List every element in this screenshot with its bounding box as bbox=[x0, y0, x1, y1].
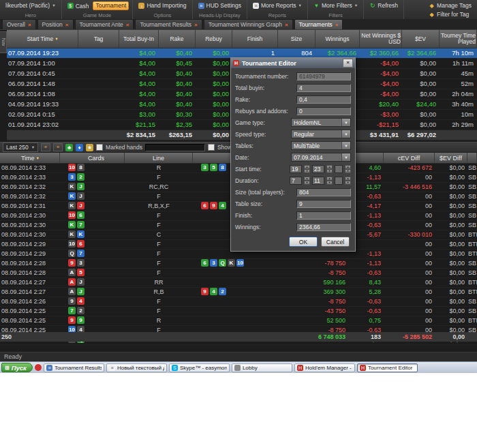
status-bar: Ready bbox=[0, 352, 477, 361]
col-t[interactable]: Time▼ bbox=[0, 153, 60, 163]
finish-input[interactable] bbox=[296, 211, 351, 220]
hand-row[interactable]: 08.09.2014 2:2893F63QK10-78 750-1,1300$0… bbox=[0, 259, 477, 269]
spinner-icon[interactable]: ▲▼ bbox=[304, 165, 310, 173]
marked-hands-checkbox[interactable] bbox=[96, 144, 103, 151]
tab-tournaments[interactable]: Tournaments× bbox=[294, 19, 343, 29]
col-size[interactable]: Size bbox=[278, 30, 316, 48]
taskbar-item[interactable]: SSkype™ - easymoney6661 bbox=[169, 363, 230, 372]
spinner-icon[interactable]: ▲▼ bbox=[304, 177, 310, 185]
tab-tournament-ante[interactable]: Tournament Ante× bbox=[75, 19, 134, 29]
hands-search-input[interactable] bbox=[145, 144, 205, 151]
cancel-button[interactable]: Cancel bbox=[321, 237, 350, 247]
taskbar-item[interactable]: ≡Новый текстовый доку... bbox=[106, 363, 167, 372]
col-net[interactable]: Net Winnings $ USD bbox=[360, 30, 402, 48]
tab-position[interactable]: Position× bbox=[37, 19, 74, 29]
hand-row[interactable]: 08.09.2014 2:2599R52 5000,7500$0,00BTN bbox=[0, 316, 477, 326]
col-buyin[interactable]: Total Buy-In bbox=[119, 30, 159, 48]
col-rebuy[interactable]: Rebuy bbox=[196, 30, 232, 48]
dialog-title-bar[interactable]: H Tournament Editor × bbox=[231, 58, 355, 68]
spinner-icon[interactable]: ▲▼ bbox=[345, 177, 351, 185]
replay-forward-button[interactable]: » bbox=[53, 143, 63, 151]
nav-panel-tab[interactable]: Nav bbox=[0, 31, 7, 53]
close-icon[interactable]: × bbox=[65, 22, 69, 28]
tab-tournament-results[interactable]: Tournament Results× bbox=[135, 19, 202, 29]
cards-filter-icon[interactable]: ♣ bbox=[65, 144, 73, 151]
taskbar-item[interactable]: HHold'em Manager - 2.0.0... bbox=[294, 363, 355, 372]
total-buyin-input[interactable] bbox=[296, 84, 351, 92]
manage-tags-button[interactable]: ◆ Manage Tags bbox=[427, 1, 474, 10]
tables-value: MultiTable bbox=[292, 143, 341, 149]
spinner-icon[interactable]: ▲▼ bbox=[326, 177, 333, 185]
winnings-input[interactable] bbox=[296, 223, 351, 231]
cell-evd: $0,00 bbox=[435, 230, 467, 239]
close-icon[interactable]: × bbox=[285, 22, 288, 28]
hero-label: likeurbet (Pacific) bbox=[5, 1, 50, 10]
col-time[interactable]: Tourney Time Played bbox=[440, 30, 477, 48]
cell-start: 06.09.2014 1:08 bbox=[7, 89, 78, 99]
taskbar-item[interactable]: HTournament Editor bbox=[357, 363, 418, 372]
hand-importing-button[interactable]: ↓ Hand Importing bbox=[136, 1, 188, 10]
close-icon[interactable]: × bbox=[28, 22, 31, 28]
cell-cards: 106 bbox=[60, 211, 125, 220]
ok-button[interactable]: OK bbox=[289, 237, 318, 247]
col-ev[interactable]: $EV bbox=[402, 30, 440, 48]
col-finish[interactable]: Finish bbox=[232, 30, 278, 48]
col-pos[interactable] bbox=[467, 153, 477, 163]
close-icon[interactable]: × bbox=[335, 22, 339, 28]
rake-input[interactable] bbox=[296, 95, 351, 104]
col-cev[interactable]: cEV Diff bbox=[384, 153, 435, 163]
col-start[interactable]: Start Time▼ bbox=[7, 30, 78, 48]
col-win[interactable]: Winnings bbox=[316, 30, 360, 48]
hero-selector[interactable]: likeurbet (Pacific) ▼ bbox=[3, 1, 58, 10]
rebuys-input[interactable] bbox=[296, 107, 351, 115]
hand-row[interactable]: 08.09.2014 2:27AJR,B942369 3005,2800$0,0… bbox=[0, 288, 477, 297]
filter-for-tag-button[interactable]: ◆ Filter for Tag bbox=[427, 10, 474, 18]
close-icon[interactable]: × bbox=[194, 22, 198, 28]
refresh-button[interactable]: ↻ Refresh bbox=[367, 1, 400, 10]
tables-select[interactable]: MultiTable ▼ bbox=[291, 141, 351, 150]
tab-tournament-winnings-graph[interactable]: Tournament Winnings Graph× bbox=[204, 19, 293, 29]
replay-back-button[interactable]: « bbox=[41, 143, 50, 151]
duration-second-input[interactable] bbox=[335, 177, 343, 185]
more-reports-button[interactable]: ≡ More Reports ▼ bbox=[251, 1, 304, 10]
tab-overall[interactable]: Overall× bbox=[2, 19, 36, 29]
tournament-button[interactable]: Tournament bbox=[93, 1, 129, 10]
size-input[interactable] bbox=[296, 188, 351, 196]
trophy-filter-icon[interactable]: ★ bbox=[86, 144, 93, 151]
close-icon[interactable]: × bbox=[343, 59, 353, 68]
cell-rake: $0,40 bbox=[159, 69, 196, 78]
speed-type-select[interactable]: Regular ▼ bbox=[291, 130, 351, 138]
hand-row[interactable]: 08.09.2014 2:2694F-8 750-0,6300$0,00SB bbox=[0, 297, 477, 307]
show-hole-cards-checkbox[interactable] bbox=[208, 144, 215, 151]
close-icon[interactable]: × bbox=[126, 22, 129, 28]
col-evd[interactable]: $EV Diff bbox=[435, 153, 467, 163]
game-type-select[interactable]: HoldemNL ▼ bbox=[291, 118, 351, 127]
spinner-icon[interactable]: ▲▼ bbox=[326, 165, 333, 173]
taskbar-item[interactable]: ≡Tournament Results: $5... bbox=[44, 363, 104, 372]
taskbar-item[interactable]: Lobby bbox=[232, 363, 292, 372]
start-minute-input[interactable] bbox=[312, 165, 324, 173]
cash-button[interactable]: $ Cash bbox=[65, 2, 91, 10]
hand-row[interactable]: 08.09.2014 2:28A5F-8 750-0,6300$0,00SB bbox=[0, 269, 477, 278]
hand-row[interactable]: 08.09.2014 2:2572F-43 750-0,6300$0,00SB bbox=[0, 307, 477, 316]
start-hour-input[interactable] bbox=[290, 165, 302, 173]
col-cards[interactable]: Cards bbox=[60, 153, 125, 163]
hands-range-select[interactable]: Last 250 ▼ bbox=[3, 143, 38, 152]
more-filters-button[interactable]: ▼ More Filters ▼ bbox=[311, 1, 360, 10]
chips-filter-icon[interactable]: ♦ bbox=[76, 144, 83, 151]
start-button[interactable]: ⊞ Пуск bbox=[1, 363, 33, 372]
hud-settings-button[interactable]: ≡ HUD Settings bbox=[196, 1, 244, 10]
col-tag[interactable]: Tag bbox=[78, 30, 119, 48]
duration-minute-input[interactable] bbox=[312, 177, 324, 185]
cell-board bbox=[193, 269, 268, 278]
col-rake[interactable]: Rake bbox=[159, 30, 196, 48]
start-second-input[interactable] bbox=[335, 165, 343, 173]
col-line[interactable]: Line bbox=[125, 153, 193, 163]
hand-row[interactable]: 08.09.2014 2:27AJRR590 1668,4300$0,00BTN bbox=[0, 278, 477, 288]
date-picker[interactable]: 07.09.2014 ▼ bbox=[291, 153, 351, 162]
duration-hour-input[interactable] bbox=[290, 177, 302, 185]
tab-label: Tournaments bbox=[299, 21, 333, 28]
table-size-input[interactable] bbox=[296, 200, 351, 208]
quick-launch-icon[interactable] bbox=[35, 364, 42, 371]
spinner-icon[interactable]: ▲▼ bbox=[345, 165, 351, 173]
